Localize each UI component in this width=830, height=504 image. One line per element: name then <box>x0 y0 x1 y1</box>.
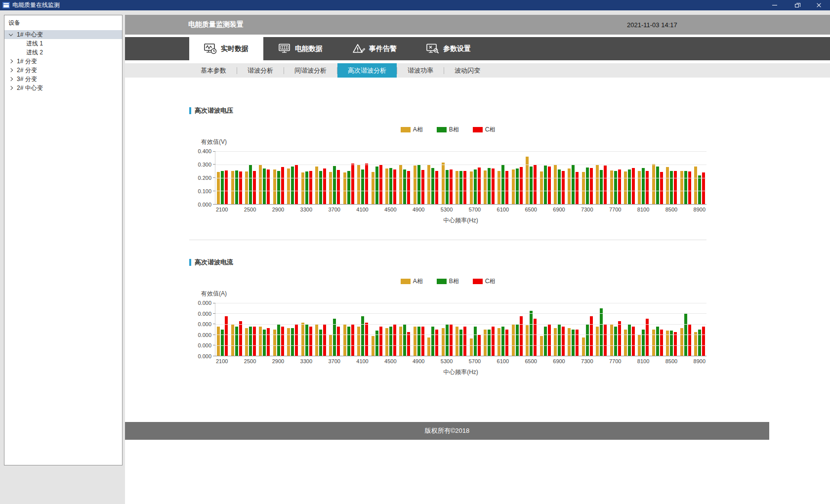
bar-A相[interactable] <box>582 337 585 356</box>
bar-A相[interactable] <box>231 171 234 204</box>
bar-B相[interactable] <box>235 327 238 356</box>
bar-B相[interactable] <box>558 169 561 204</box>
bar-C相[interactable] <box>702 327 705 356</box>
bar-C相[interactable] <box>295 324 298 356</box>
bar-B相[interactable] <box>459 330 462 356</box>
bar-A相[interactable] <box>287 168 290 204</box>
bar-B相[interactable] <box>544 327 547 356</box>
bar-A相[interactable] <box>259 165 262 204</box>
bar-B相[interactable] <box>628 324 631 356</box>
bar-B相[interactable] <box>628 169 631 204</box>
bar-B相[interactable] <box>698 175 701 204</box>
bar-B相[interactable] <box>642 330 645 356</box>
tree-item-incoming-line-1[interactable]: 进线 1 <box>4 39 122 48</box>
legend-item[interactable]: C相 <box>473 277 496 286</box>
bar-A相[interactable] <box>385 328 388 356</box>
bar-B相[interactable] <box>389 327 392 356</box>
bar-C相[interactable] <box>309 327 312 356</box>
bar-B相[interactable] <box>670 171 673 204</box>
bar-A相[interactable] <box>694 167 697 204</box>
bar-C相[interactable] <box>632 168 635 204</box>
bar-B相[interactable] <box>586 324 589 356</box>
bar-B相[interactable] <box>361 169 364 204</box>
chevron-right-icon[interactable] <box>9 59 13 63</box>
bar-A相[interactable] <box>343 324 346 356</box>
bar-C相[interactable] <box>435 171 438 204</box>
bar-C相[interactable] <box>688 171 691 204</box>
bar-A相[interactable] <box>301 172 304 204</box>
bar-C相[interactable] <box>281 167 284 204</box>
bar-A相[interactable] <box>427 165 430 204</box>
bar-A相[interactable] <box>456 327 458 356</box>
bar-A相[interactable] <box>540 171 543 204</box>
bar-B相[interactable] <box>572 165 575 204</box>
bar-A相[interactable] <box>259 327 262 356</box>
bar-A相[interactable] <box>329 172 332 204</box>
bar-C相[interactable] <box>646 171 649 204</box>
bar-C相[interactable] <box>379 165 382 204</box>
tree-item-2-sub-transformer[interactable]: 2# 分变 <box>4 66 122 75</box>
bar-A相[interactable] <box>512 324 515 356</box>
bar-A相[interactable] <box>680 328 683 356</box>
bar-B相[interactable] <box>221 171 224 204</box>
bar-C相[interactable] <box>463 327 466 356</box>
subtab-interharmonic-analysis[interactable]: 间谐波分析 <box>284 63 337 78</box>
bar-B相[interactable] <box>235 170 238 204</box>
bar-B相[interactable] <box>333 166 336 204</box>
bar-C相[interactable] <box>618 169 621 204</box>
bar-A相[interactable] <box>652 164 655 204</box>
bar-B相[interactable] <box>572 330 575 356</box>
bar-B相[interactable] <box>417 327 420 356</box>
chevron-right-icon[interactable] <box>9 68 13 72</box>
bar-B相[interactable] <box>221 330 224 356</box>
bar-B相[interactable] <box>656 327 659 356</box>
bar-B相[interactable] <box>501 327 504 356</box>
bar-A相[interactable] <box>357 327 360 356</box>
bar-C相[interactable] <box>548 167 551 204</box>
bar-B相[interactable] <box>403 324 406 356</box>
subtab-fluctuation-flicker[interactable]: 波动闪变 <box>444 63 491 78</box>
tree-item-3-sub-transformer[interactable]: 3# 分变 <box>4 75 122 84</box>
tree-item-1-center-transformer[interactable]: 1# 中心变 <box>4 30 122 39</box>
bar-C相[interactable] <box>492 327 495 356</box>
bar-A相[interactable] <box>357 165 360 204</box>
bar-B相[interactable] <box>249 327 252 356</box>
bar-C相[interactable] <box>576 172 579 204</box>
bar-C相[interactable] <box>435 330 438 356</box>
bar-A相[interactable] <box>624 171 627 204</box>
bar-B相[interactable] <box>600 308 603 356</box>
bar-B相[interactable] <box>431 168 434 204</box>
chevron-down-icon[interactable] <box>9 32 13 36</box>
bar-C相[interactable] <box>450 324 453 356</box>
bar-A相[interactable] <box>624 330 627 356</box>
bar-C相[interactable] <box>365 323 368 356</box>
legend-item[interactable]: B相 <box>437 126 459 134</box>
bar-C相[interactable] <box>463 171 466 204</box>
bar-C相[interactable] <box>618 321 621 356</box>
bar-B相[interactable] <box>291 167 294 204</box>
bar-A相[interactable] <box>596 165 599 204</box>
bar-C相[interactable] <box>604 166 607 204</box>
bar-C相[interactable] <box>407 171 410 204</box>
bar-B相[interactable] <box>474 327 477 356</box>
bar-A相[interactable] <box>526 157 529 204</box>
bar-C相[interactable] <box>337 327 340 356</box>
close-button[interactable] <box>808 0 830 10</box>
bar-B相[interactable] <box>614 327 617 356</box>
bar-A相[interactable] <box>498 171 500 204</box>
bar-A相[interactable] <box>568 168 571 204</box>
bar-C相[interactable] <box>548 324 551 356</box>
bar-C相[interactable] <box>351 324 354 356</box>
bar-A相[interactable] <box>680 171 683 204</box>
bar-B相[interactable] <box>277 171 280 204</box>
bar-C相[interactable] <box>562 327 565 356</box>
minimize-button[interactable] <box>763 0 786 10</box>
bar-B相[interactable] <box>501 165 504 204</box>
legend-item[interactable]: A相 <box>401 277 423 286</box>
bar-C相[interactable] <box>421 327 424 356</box>
bar-A相[interactable] <box>414 327 416 356</box>
bar-C相[interactable] <box>309 171 312 204</box>
bar-C相[interactable] <box>239 321 242 356</box>
bar-B相[interactable] <box>431 327 434 356</box>
subtab-harmonic-analysis[interactable]: 谐波分析 <box>237 63 284 78</box>
